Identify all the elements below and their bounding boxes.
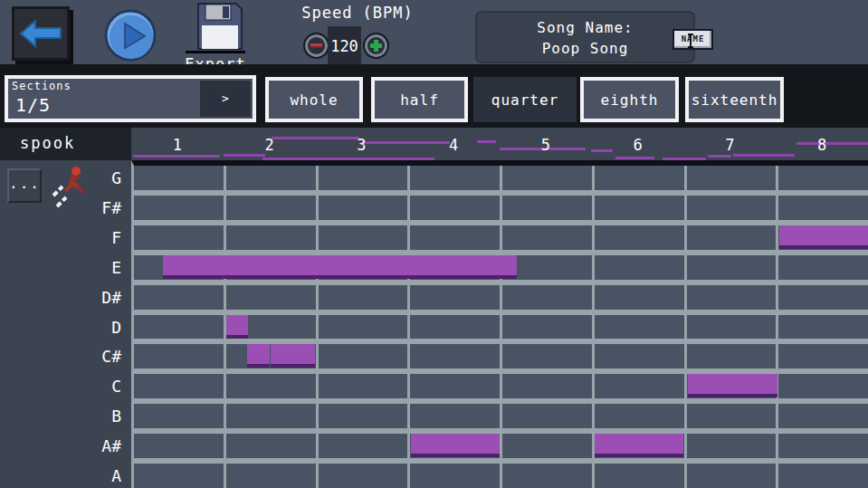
- minimap-note-segment: [733, 154, 795, 157]
- duration-button-half[interactable]: half: [371, 77, 468, 122]
- note-As[interactable]: [411, 434, 500, 457]
- note-Cs[interactable]: [247, 344, 270, 368]
- note-grid[interactable]: [134, 166, 868, 488]
- bpm-decrease-button[interactable]: [305, 34, 328, 57]
- note-F[interactable]: [779, 225, 868, 249]
- speed-control: Speed (BPM) 120: [290, 4, 425, 22]
- beat-label-2: 2: [224, 136, 316, 154]
- sections-panel: Sections 1/5 >: [5, 75, 256, 122]
- sections-label: Sections: [12, 80, 72, 92]
- track-tab-spook[interactable]: spook: [0, 128, 131, 160]
- song-name-panel: Song Name: Poop Song: [475, 11, 695, 63]
- sections-value: 1/5: [15, 94, 51, 116]
- beat-timeline[interactable]: 12345678: [131, 128, 868, 160]
- export-button[interactable]: Export: [181, 3, 250, 66]
- music-maker-app: { "toolbar": { "export_label": "Export",…: [0, 0, 868, 488]
- minus-icon: [310, 43, 322, 48]
- note-As[interactable]: [595, 434, 683, 457]
- note-Cs[interactable]: [271, 344, 315, 368]
- beat-label-6: 6: [592, 136, 684, 154]
- song-name-value: Poop Song: [477, 38, 693, 59]
- play-button[interactable]: [104, 9, 157, 62]
- play-icon: [104, 9, 157, 62]
- top-toolbar: Export Speed (BPM) 120 Song Name: Poop S…: [0, 0, 868, 64]
- note-C[interactable]: [688, 374, 777, 397]
- bpm-increase-button[interactable]: [365, 34, 387, 57]
- duration-button-sixteenth[interactable]: sixteenth: [685, 77, 784, 122]
- row-label-F: F: [87, 225, 125, 250]
- track-name: spook: [20, 134, 75, 152]
- row-label-Cs: C#: [87, 344, 125, 368]
- duration-button-eighth[interactable]: eighth: [580, 77, 679, 122]
- beat-label-1: 1: [131, 136, 224, 154]
- row-label-G: G: [87, 166, 125, 190]
- row-label-E: E: [87, 255, 125, 280]
- bpm-value: 120: [328, 26, 361, 65]
- track-options-button[interactable]: ...: [7, 168, 42, 203]
- floppy-disk-icon: [192, 3, 244, 51]
- minimap-note-segment: [663, 158, 706, 160]
- sections-strip: Sections 1/5 > wholehalfquartereighthsix…: [0, 64, 868, 128]
- beat-label-5: 5: [500, 136, 592, 154]
- next-section-button[interactable]: >: [200, 81, 251, 117]
- duration-button-whole[interactable]: whole: [265, 77, 363, 122]
- minimap-note-segment: [133, 155, 220, 158]
- row-label-D: D: [87, 315, 125, 340]
- running-person-icon[interactable]: [48, 163, 88, 214]
- beat-label-3: 3: [316, 136, 408, 154]
- piano-roll-grid: [131, 160, 868, 488]
- back-button[interactable]: [12, 6, 70, 61]
- piano-roll-left-panel: ... GF#FED#DC#CBA#A: [0, 160, 131, 488]
- minimap-note-segment: [615, 157, 654, 159]
- row-label-C: C: [87, 374, 125, 398]
- note-E[interactable]: [163, 255, 517, 279]
- rename-song-button[interactable]: NAME: [672, 29, 713, 50]
- minimap-note-segment: [224, 154, 265, 157]
- row-label-Fs: F#: [87, 196, 125, 220]
- floppy-shadow: [186, 51, 245, 53]
- minimap-note-segment: [708, 155, 731, 158]
- plus-icon: [370, 40, 382, 52]
- song-name-title: Song Name:: [477, 17, 693, 38]
- duration-button-quarter[interactable]: quarter: [473, 77, 577, 122]
- row-label-A: A: [87, 464, 125, 488]
- beat-label-7: 7: [684, 136, 777, 154]
- back-arrow-icon: [19, 16, 62, 51]
- speed-label: Speed (BPM): [290, 4, 425, 22]
- beat-label-4: 4: [407, 136, 500, 154]
- row-label-Ds: D#: [87, 285, 125, 310]
- rename-button-label: NAME: [682, 34, 705, 43]
- row-label-B: B: [87, 404, 125, 428]
- note-D[interactable]: [226, 315, 248, 339]
- row-label-As: A#: [87, 434, 125, 458]
- minimap-note-segment: [262, 158, 434, 160]
- beat-label-8: 8: [776, 136, 868, 154]
